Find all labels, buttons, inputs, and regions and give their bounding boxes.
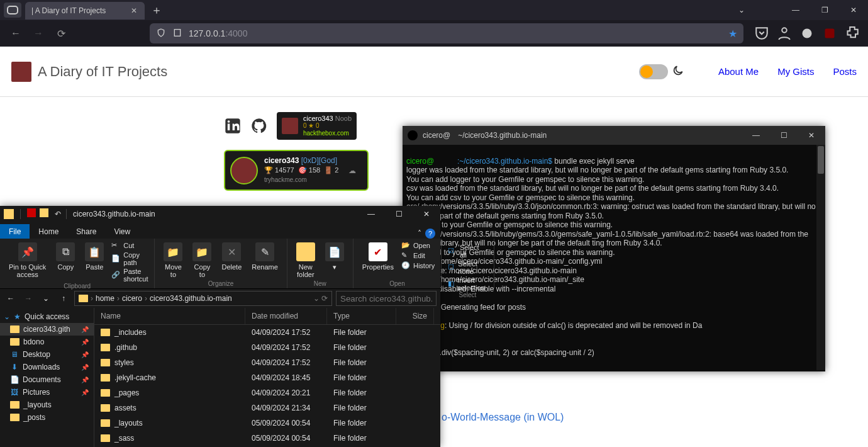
window-close-button[interactable]: ✕ [839,0,868,20]
edit-button[interactable]: ✎Edit [401,251,435,260]
copy-button[interactable]: ⧉Copy [53,241,77,272]
window-minimize-button[interactable]: — [781,0,810,20]
browser-tab[interactable]: | A Diary of IT Projects ✕ [25,2,145,20]
sidebar-item-downloads[interactable]: ⬇Downloads📌 [0,361,94,373]
sidebar-item-bdono[interactable]: bdono📌 [0,336,94,348]
url-text: 127.0.0.1:4000 [189,28,722,38]
terminal-close-button[interactable]: ✕ [798,126,825,145]
explorer-maximize-button[interactable]: ☐ [385,206,413,222]
cut-button[interactable]: ✂Cut [111,241,148,250]
explorer-minimize-button[interactable]: — [357,206,385,222]
paste-shortcut-button[interactable]: 🔗Paste shortcut [111,268,148,283]
column-date[interactable]: Date modified [245,308,327,324]
window-restore-button[interactable]: ❐ [810,0,839,20]
table-row[interactable]: .github04/09/2024 17:52File folder [94,340,440,355]
nav-recent-button[interactable]: ⌄ [39,291,53,305]
help-icon[interactable]: ? [425,229,435,239]
ribbon-collapse-icon[interactable]: ˄ [418,229,421,238]
nav-posts[interactable]: Posts [833,66,857,77]
address-bar[interactable]: 127.0.0.1:4000 ★ [150,23,743,43]
extension-icon-1[interactable] [798,24,816,43]
explorer-close-button[interactable]: ✕ [413,206,440,222]
forward-button[interactable]: → [29,24,48,43]
ribbon-tab-share[interactable]: Share [67,224,105,239]
tryhackme-badge[interactable]: cicero343 [0xD][God] 🏆 14577 🎯 158 🚪 2 t… [224,150,369,191]
properties-button[interactable]: ✔Properties [360,241,396,272]
private-browsing-icon [4,3,21,18]
sidebar-quick-access[interactable]: ⌄ ★ Quick access [0,310,94,323]
group-select-label: Select [448,291,487,298]
table-row[interactable]: .jekyll-cache04/09/2024 18:45File folder [94,370,440,385]
close-tab-icon[interactable]: ✕ [131,6,140,15]
nav-about[interactable]: About Me [718,66,759,77]
table-row[interactable]: _pages04/09/2024 20:21File folder [94,385,440,400]
move-to-button[interactable]: 📁Move to [161,241,185,280]
page-info-icon[interactable] [172,28,182,40]
history-button[interactable]: 🕘History [401,261,435,270]
new-folder-button[interactable]: New folder [294,241,318,280]
hackthebox-badge[interactable]: cicero343 Noob 0 ★ 0 hackthebox.com [277,112,357,140]
column-name[interactable]: Name [94,308,245,324]
ribbon-tab-file[interactable]: File [0,224,30,239]
table-row[interactable]: _includes04/09/2024 17:52File folder [94,325,440,340]
rename-button[interactable]: ✎Rename [249,241,281,272]
back-button[interactable]: ← [6,24,25,43]
group-clipboard-label: Clipboard [6,283,148,290]
terminal-title-path: ~/cicero343.github.io-main [458,131,547,140]
svg-point-3 [803,29,812,38]
ribbon-tab-view[interactable]: View [105,224,139,239]
github-icon[interactable] [250,117,268,135]
delete-button[interactable]: ✕Delete [219,241,244,272]
nav-forward-button[interactable]: → [21,291,35,305]
ublock-icon[interactable] [820,24,839,43]
account-icon[interactable] [775,24,794,43]
terminal-minimize-button[interactable]: — [742,126,770,145]
pocket-icon[interactable] [752,24,771,43]
thm-streak-icon: ☁ [348,166,362,175]
table-row[interactable]: _layouts05/09/2024 00:54File folder [94,416,440,431]
terminal-maximize-button[interactable]: ☐ [770,126,798,145]
qat-undo-icon[interactable]: ↶ [52,208,64,220]
sidebar-item-layouts[interactable]: _layouts [0,399,94,411]
tux-icon [408,130,418,140]
terminal-title-user: cicero@ [423,131,450,140]
shield-icon [156,28,166,40]
table-row[interactable]: _sass05/09/2024 00:54File folder [94,431,440,446]
sidebar-item-repo[interactable]: cicero343.gith📌 [0,323,94,336]
select-all-button[interactable]: ☑Select all [448,244,487,259]
column-type[interactable]: Type [327,308,396,324]
theme-toggle[interactable] [639,64,668,79]
reload-button[interactable]: ⟳ [52,24,70,43]
copy-to-button[interactable]: 📁Copy to [190,241,214,280]
copy-path-button[interactable]: 📄Copy path [111,251,148,266]
table-row[interactable]: styles04/09/2024 17:52File folder [94,355,440,370]
breadcrumb[interactable]: ›home ›cicero ›cicero343.github.io-main … [74,291,332,306]
qat-properties-icon[interactable] [27,208,36,217]
tabs-dropdown-icon[interactable]: ⌄ [727,0,756,20]
column-size[interactable]: Size [396,308,434,324]
qat-new-folder-icon[interactable] [40,208,48,217]
select-none-button[interactable]: ☐Select none [448,260,487,275]
pin-to-quick-access-button[interactable]: 📌Pin to Quick access [6,241,48,280]
new-item-button[interactable]: 📄▾ [323,241,347,273]
table-row[interactable]: assets04/09/2024 21:34File folder [94,400,440,416]
bookmark-star-icon[interactable]: ★ [728,28,737,40]
sidebar-item-documents[interactable]: 📄Documents📌 [0,373,94,386]
ribbon-tab-home[interactable]: Home [30,224,67,239]
group-new-label: New [294,280,347,287]
sidebar-item-desktop[interactable]: 🖥Desktop📌 [0,348,94,361]
open-button[interactable]: 📂Open [401,241,435,250]
invert-selection-button[interactable]: ◧Invert selection [448,276,487,291]
new-tab-button[interactable]: ＋ [148,2,165,18]
nav-up-button[interactable]: ↑ [57,291,70,305]
paste-button[interactable]: 📋Paste [82,241,106,272]
nav-back-button[interactable]: ← [4,291,18,305]
sidebar-item-pictures[interactable]: 🖼Pictures📌 [0,386,94,399]
linkedin-icon[interactable] [224,117,242,135]
explorer-search-input[interactable] [336,291,437,306]
post-link-partial[interactable]: o-World-Message (in WOL) [442,412,564,423]
extensions-icon[interactable] [843,24,862,43]
nav-gists[interactable]: My Gists [777,66,814,77]
sidebar-item-posts[interactable]: _posts [0,411,94,424]
terminal-scrollbar[interactable] [816,145,825,370]
